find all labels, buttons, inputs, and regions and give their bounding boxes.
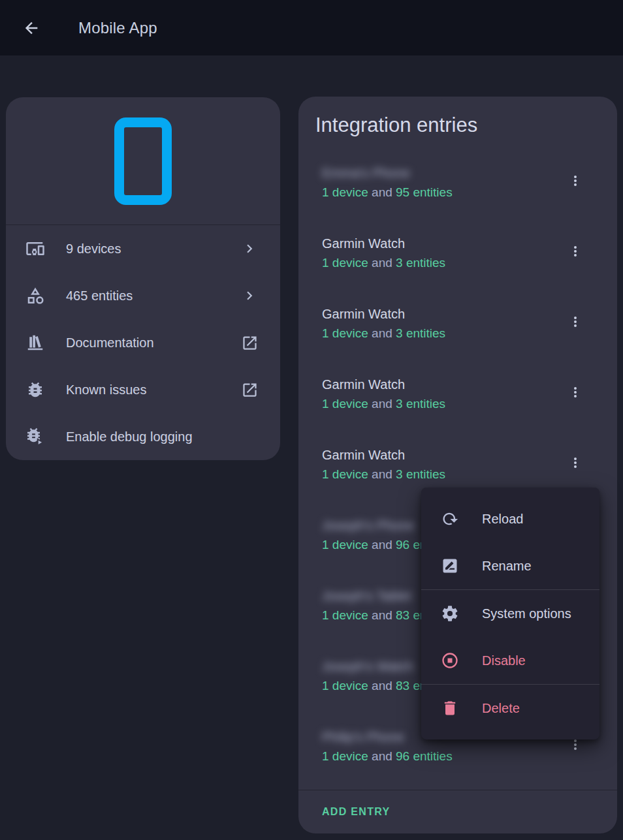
chevron-right-icon [241,240,259,258]
arrow-left-icon [22,19,40,37]
entry-subtitle: 1 device and 3 entities [322,397,558,411]
entries-card-title: Integration entries [298,97,617,137]
reload-icon [441,510,459,528]
entry-devices-link[interactable]: 1 device [322,256,368,270]
entry-name: Garmin Watch [322,236,558,251]
menu-item-delete[interactable]: Delete [421,685,599,732]
entry-subtitle-conjunction: and [368,608,396,622]
dots-vertical-icon [567,173,583,189]
info-row-label: 9 devices [66,241,241,257]
menu-item-label: Rename [482,559,532,574]
add-entry-button[interactable]: ADD ENTRY [322,806,390,818]
info-row-debug-logging[interactable]: Enable debug logging [6,413,280,460]
info-row-label: Enable debug logging [66,429,259,444]
entry-menu-button[interactable] [562,168,588,194]
bug-play-icon [25,427,45,446]
info-rows: 9 devices465 entitiesDocumentationKnown … [6,225,280,460]
entry-entities-link[interactable]: 95 entities [396,185,453,199]
bug-icon [25,380,45,399]
info-row-label: Documentation [66,335,241,350]
info-row-documentation[interactable]: Documentation [6,319,280,366]
dots-vertical-icon [567,314,583,330]
entry-devices-link[interactable]: 1 device [322,185,368,199]
menu-item-system-options[interactable]: System options [421,590,599,637]
entry-subtitle: 1 device and 3 entities [322,326,558,341]
dots-vertical-icon [567,384,583,400]
menu-item-label: Delete [482,701,520,716]
entry-entities-link[interactable]: 3 entities [396,467,445,481]
entry-subtitle-conjunction: and [368,185,396,199]
cog-icon [441,604,459,623]
integration-entry: Garmin Watch1 device and 3 entities [298,298,617,369]
entry-name: Garmin Watch [322,377,558,392]
cellphone-icon [114,117,172,205]
menu-item-reload[interactable]: Reload [421,495,599,542]
integration-entry: Garmin Watch1 device and 3 entities [298,228,617,298]
integration-entry: Emma's Phone1 device and 95 entities [298,157,617,228]
entry-subtitle-conjunction: and [368,256,396,270]
entry-entities-link[interactable]: 3 entities [396,397,445,411]
integration-logo-area [6,97,280,225]
back-button[interactable] [22,19,40,37]
entry-menu-button[interactable] [562,238,588,264]
entry-subtitle-conjunction: and [368,749,396,763]
app-bar: Mobile App [0,0,623,55]
dots-vertical-icon [567,243,583,259]
entry-name: Garmin Watch [322,447,558,463]
entry-devices-link[interactable]: 1 device [322,538,368,552]
info-row-devices[interactable]: 9 devices [6,225,280,272]
delete-icon [441,699,459,717]
page-title: Mobile App [78,19,157,37]
open-in-new-icon [241,381,259,399]
entry-menu-button[interactable] [562,309,588,335]
entry-entities-link[interactable]: 3 entities [396,256,445,270]
entry-entities-link[interactable]: 96 entities [396,749,453,763]
shapes-icon [25,286,45,305]
entry-subtitle: 1 device and 3 entities [322,467,558,482]
stop-circle-icon [441,651,459,670]
entry-entities-link[interactable]: 3 entities [396,326,445,340]
menu-item-rename[interactable]: Rename [421,542,599,589]
entries-footer: ADD ENTRY [298,790,617,833]
entry-devices-link[interactable]: 1 device [322,397,368,411]
entry-subtitle: 1 device and 96 entities [322,749,558,764]
entry-devices-link[interactable]: 1 device [322,467,368,481]
entry-subtitle-conjunction: and [368,397,396,411]
info-row-label: Known issues [66,382,241,397]
entry-subtitle-conjunction: and [368,467,396,481]
integration-entry: Garmin Watch1 device and 3 entities [298,369,617,439]
menu-item-label: Disable [482,653,526,668]
bookshelf-icon [25,333,45,352]
chevron-right-icon [241,287,259,305]
entry-menu-button[interactable] [562,379,588,405]
rename-icon [441,557,459,575]
entry-subtitle: 1 device and 3 entities [322,256,558,270]
entry-devices-link[interactable]: 1 device [322,749,368,763]
entry-name: Garmin Watch [322,306,558,322]
info-row-entities[interactable]: 465 entities [6,272,280,319]
devices-icon [25,239,45,258]
entry-subtitle-conjunction: and [368,679,396,692]
entry-devices-link[interactable]: 1 device [322,679,368,692]
open-in-new-icon [241,334,259,352]
entry-subtitle-conjunction: and [368,326,396,340]
menu-item-label: Reload [482,512,523,527]
entry-menu-button[interactable] [562,450,588,476]
menu-item-label: System options [482,606,571,621]
menu-item-disable[interactable]: Disable [421,637,599,684]
integration-info-card: 9 devices465 entitiesDocumentationKnown … [6,97,280,460]
entry-context-menu: ReloadRenameSystem optionsDisableDelete [421,488,599,739]
dots-vertical-icon [567,455,583,471]
entry-devices-link[interactable]: 1 device [322,326,368,340]
info-row-known-issues[interactable]: Known issues [6,366,280,413]
info-row-label: 465 entities [66,288,241,303]
entry-subtitle-conjunction: and [368,538,396,552]
entry-name: Emma's Phone [322,165,558,181]
entry-devices-link[interactable]: 1 device [322,608,368,622]
entry-subtitle: 1 device and 95 entities [322,185,558,200]
